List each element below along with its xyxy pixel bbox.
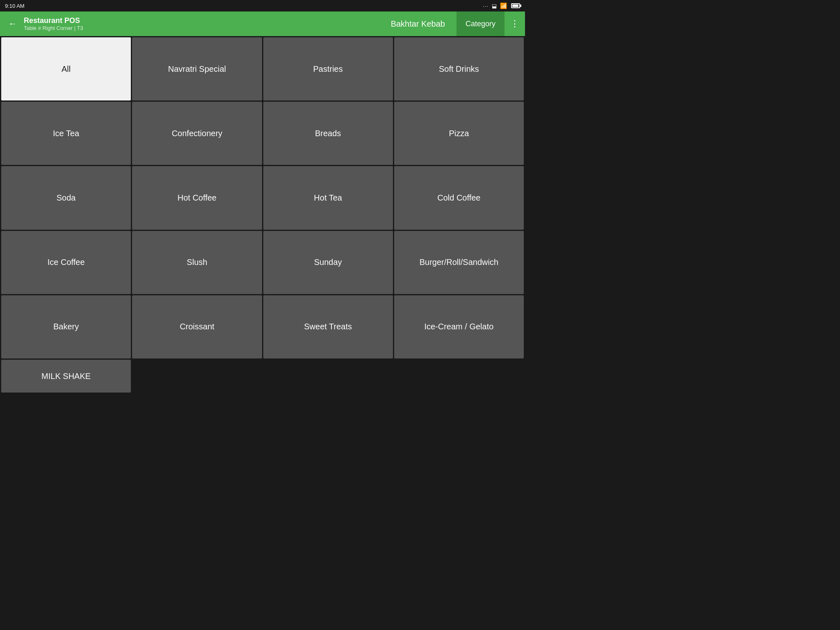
more-icon: ⋮ — [510, 18, 519, 29]
bluetooth-icon: ⬓ — [492, 3, 497, 9]
category-tile-partial-milk-shake[interactable]: MILK SHAKE — [1, 360, 131, 393]
partial-row: MILK SHAKE — [0, 360, 525, 394]
category-tile-ice-cream-gelato[interactable]: Ice-Cream / Gelato — [394, 295, 524, 358]
restaurant-name: Bakhtar Kebab — [379, 11, 457, 36]
category-grid: AllNavratri SpecialPastriesSoft DrinksIc… — [0, 36, 525, 360]
app-subtitle: Table # Right Corner | T3 — [24, 25, 379, 31]
category-tile-croissant[interactable]: Croissant — [132, 295, 262, 358]
category-tile-cold-coffee[interactable]: Cold Coffee — [394, 166, 524, 229]
battery-icon — [511, 3, 520, 8]
category-tile-burger-roll-sandwich[interactable]: Burger/Roll/Sandwich — [394, 231, 524, 294]
category-tile-hot-tea[interactable]: Hot Tea — [263, 166, 393, 229]
category-tile-ice-tea[interactable]: Ice Tea — [1, 102, 131, 165]
dots-icon: ··· — [483, 3, 488, 9]
time-display: 9:10 AM — [5, 3, 25, 9]
app-title: Restaurant POS — [24, 16, 379, 25]
category-tile-ice-coffee[interactable]: Ice Coffee — [1, 231, 131, 294]
category-tile-all[interactable]: All — [1, 37, 131, 100]
category-tile-soda[interactable]: Soda — [1, 166, 131, 229]
category-tile-slush[interactable]: Slush — [132, 231, 262, 294]
category-tile-hot-coffee[interactable]: Hot Coffee — [132, 166, 262, 229]
category-button[interactable]: Category — [457, 11, 504, 36]
status-bar: 9:10 AM ··· ⬓ 📶 — [0, 0, 525, 11]
header: ← Restaurant POS Table # Right Corner | … — [0, 11, 525, 36]
category-tile-soft-drinks[interactable]: Soft Drinks — [394, 37, 524, 100]
category-tile-confectionery[interactable]: Confectionery — [132, 102, 262, 165]
main-content: AllNavratri SpecialPastriesSoft DrinksIc… — [0, 36, 525, 394]
status-icons: ··· ⬓ 📶 — [483, 2, 520, 9]
more-menu-button[interactable]: ⋮ — [504, 11, 525, 36]
category-tile-pizza[interactable]: Pizza — [394, 102, 524, 165]
category-tile-sunday[interactable]: Sunday — [263, 231, 393, 294]
category-tile-bakery[interactable]: Bakery — [1, 295, 131, 358]
wifi-icon: 📶 — [500, 2, 507, 9]
category-tile-sweet-treats[interactable]: Sweet Treats — [263, 295, 393, 358]
app-title-block: Restaurant POS Table # Right Corner | T3 — [22, 16, 379, 32]
category-tile-breads[interactable]: Breads — [263, 102, 393, 165]
back-button[interactable]: ← — [3, 15, 22, 32]
category-tile-pastries[interactable]: Pastries — [263, 37, 393, 100]
category-tile-navratri-special[interactable]: Navratri Special — [132, 37, 262, 100]
